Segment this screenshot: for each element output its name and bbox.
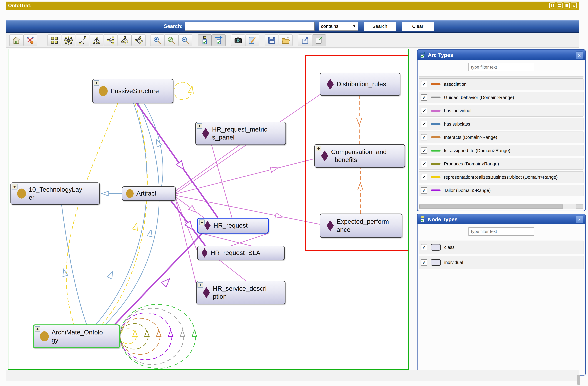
zoom-out-icon[interactable] <box>178 34 192 46</box>
node-type-row[interactable]: individual <box>419 256 584 269</box>
node-label: HR_request_SLA <box>210 249 260 257</box>
node-type-list: class individual <box>419 241 584 271</box>
directed-tree-vertical-icon[interactable] <box>118 34 132 46</box>
close-icon[interactable]: x <box>571 2 577 8</box>
checkbox-checked-icon[interactable] <box>421 244 427 250</box>
graph-node-archimate-ontology[interactable]: + ArchiMate_Ontology <box>33 325 120 348</box>
checkbox-checked-icon[interactable] <box>421 108 427 114</box>
maximize-icon[interactable] <box>564 2 570 8</box>
arc-type-row[interactable]: representationRealizesBusinessObject (Do… <box>419 171 584 183</box>
toggle-node-labels-icon[interactable] <box>198 34 211 46</box>
disconnect-pins-icon[interactable] <box>23 34 37 46</box>
open-icon[interactable] <box>279 34 293 46</box>
graph-node-distribution-rules[interactable]: Distribution_rules <box>320 73 400 96</box>
scrollbar-grip[interactable] <box>577 375 580 385</box>
arc-color-swatch <box>431 136 441 138</box>
split-vertical-icon[interactable] <box>549 2 555 8</box>
search-input[interactable] <box>185 22 315 31</box>
arc-type-row[interactable]: Guides_behavior (Domain>Range) <box>419 92 584 103</box>
horizontal-scrollbar[interactable] <box>419 204 584 209</box>
directed-tree-horizontal-icon[interactable] <box>132 34 146 46</box>
close-icon[interactable]: x <box>576 216 583 223</box>
spring-layout-icon[interactable]: s <box>76 34 89 46</box>
expand-icon[interactable]: + <box>199 220 205 225</box>
panel-title: Node Types <box>428 216 458 223</box>
graph-node-hr-request-sla[interactable]: HR_request_SLA <box>197 246 285 260</box>
export-image-icon[interactable] <box>231 34 245 46</box>
checkbox-checked-icon[interactable] <box>421 259 427 265</box>
checkbox-checked-icon[interactable] <box>421 121 427 127</box>
arc-type-row[interactable]: Interacts (Domain>Range) <box>419 132 584 143</box>
home-icon[interactable] <box>9 34 23 46</box>
search-mode-dropdown[interactable]: contains ▼ <box>319 22 358 31</box>
grid-layout-icon[interactable] <box>47 34 61 46</box>
search-bar: Search: contains ▼ Search Clear <box>6 20 579 33</box>
close-icon[interactable]: x <box>576 51 583 59</box>
graph-edges <box>8 49 408 369</box>
arc-type-filter-input[interactable] <box>468 63 534 71</box>
search-button[interactable]: Search <box>364 22 396 31</box>
arc-type-row[interactable]: has subclass <box>419 118 584 130</box>
clear-button[interactable]: Clear <box>401 22 434 31</box>
graph-node-artifact[interactable]: Artifact <box>122 186 176 201</box>
graph-node-hr-request-metrics-panel[interactable]: + HR_request_metrics_panel <box>195 122 286 145</box>
node-label: Compensation_and_benefits <box>331 148 387 164</box>
node-label: 10_TechnologyLayer <box>29 185 84 202</box>
checkbox-checked-icon[interactable] <box>421 147 427 154</box>
expand-icon[interactable]: + <box>35 326 40 332</box>
graph-node-expected-performance[interactable]: Expected_performance <box>320 214 402 238</box>
expand-icon[interactable]: + <box>12 184 18 189</box>
arc-color-swatch <box>431 150 441 152</box>
arc-type-row[interactable]: association <box>419 79 584 90</box>
checkbox-checked-icon[interactable] <box>421 161 427 167</box>
graph-node-hr-service-description[interactable]: + HR_service_description <box>196 281 286 304</box>
zoom-reset-icon[interactable] <box>164 34 178 46</box>
arc-type-row[interactable]: Is_assigned_to (Domain>Range) <box>419 145 584 156</box>
pin-window-icon[interactable] <box>312 34 326 46</box>
tree-horizontal-icon[interactable] <box>104 34 118 46</box>
export-graph-icon[interactable] <box>298 34 312 46</box>
arc-types-icon <box>420 52 426 59</box>
save-icon[interactable] <box>265 34 278 46</box>
expand-icon[interactable]: + <box>197 123 202 129</box>
individual-icon <box>327 220 334 231</box>
node-types-icon <box>420 216 426 223</box>
node-type-filter-input[interactable] <box>468 227 534 236</box>
expand-icon[interactable]: + <box>197 282 203 288</box>
expand-icon[interactable]: + <box>94 80 99 86</box>
arc-type-row[interactable]: Produces (Domain>Range) <box>419 158 584 170</box>
graph-node-10-technologylayer[interactable]: + 10_TechnologyLayer <box>10 183 100 205</box>
scrollbar-thumb[interactable] <box>420 204 563 208</box>
node-types-panel: Node Types x class individual <box>417 214 586 376</box>
window-title: OntoGraf: <box>6 3 32 8</box>
arc-type-row[interactable]: has individual <box>419 105 584 117</box>
graph-node-hr-request[interactable]: + HR_request <box>197 218 269 234</box>
node-label: HR_service_description <box>213 284 268 301</box>
divider <box>419 76 584 78</box>
edit-appearance-icon[interactable] <box>245 34 259 46</box>
graph-node-passivestructure[interactable]: + PassiveStructure <box>92 79 173 103</box>
arc-type-row[interactable]: Tailor (Domain>Range) <box>419 185 584 196</box>
node-type-row[interactable]: class <box>419 241 584 254</box>
arc-color-swatch <box>431 176 441 178</box>
node-label: Artifact <box>136 189 156 198</box>
radial-layout-icon[interactable] <box>62 34 75 46</box>
class-icon <box>99 86 108 96</box>
checkbox-checked-icon[interactable] <box>421 81 427 87</box>
graph-node-compensation-and-benefits[interactable]: + Compensation_and_benefits <box>315 144 405 168</box>
zoom-in-icon[interactable] <box>150 34 164 46</box>
arc-types-header: Arc Types x <box>418 50 585 60</box>
individual-icon <box>203 287 210 298</box>
arc-type-label: Tailor (Domain>Range) <box>444 188 491 193</box>
split-horizontal-icon[interactable] <box>557 2 563 8</box>
toggle-arc-labels-icon[interactable] <box>212 34 226 46</box>
class-icon <box>40 331 49 341</box>
tree-vertical-icon[interactable] <box>90 34 104 46</box>
expand-icon[interactable]: + <box>316 146 321 151</box>
checkbox-checked-icon[interactable] <box>421 94 427 101</box>
graph-canvas[interactable]: + PassiveStructure + HR_request_metrics_… <box>8 49 409 370</box>
checkbox-checked-icon[interactable] <box>421 187 427 194</box>
checkbox-checked-icon[interactable] <box>421 134 427 141</box>
arc-type-label: association <box>444 82 467 87</box>
checkbox-checked-icon[interactable] <box>421 174 427 180</box>
